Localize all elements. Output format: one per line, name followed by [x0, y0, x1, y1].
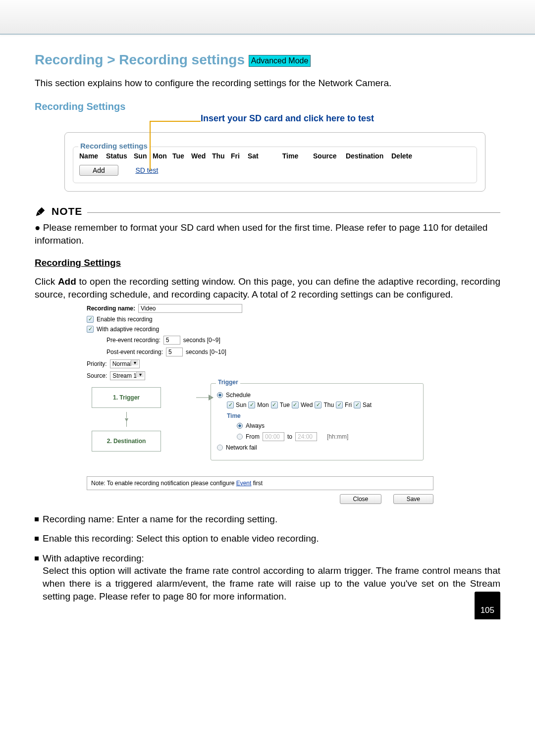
recording-name-input[interactable]: Video: [138, 304, 242, 313]
day-tue: Tue: [280, 402, 290, 408]
to-label: to: [287, 433, 292, 440]
recording-panel: Recording settings Name Status Sun Mon T…: [64, 132, 485, 192]
to-input[interactable]: 24:00: [295, 432, 317, 441]
pre-event-label: Pre-event recording:: [107, 337, 160, 344]
pre-event-input[interactable]: 5: [163, 336, 180, 345]
event-note-box: Note: To enable recording notification p…: [87, 476, 433, 490]
day-sun: Sun: [236, 402, 246, 408]
breadcrumb: Recording > Recording settings: [35, 52, 245, 67]
col-delete: Delete: [391, 152, 416, 160]
day-tue-checkbox[interactable]: ✓: [271, 402, 278, 408]
note-bullet-text: ● Please remember to format your SD card…: [35, 222, 487, 246]
enable-label: Enable this recording: [97, 316, 153, 323]
adaptive-checkbox[interactable]: ✓: [87, 326, 94, 333]
source-select[interactable]: Stream 1: [110, 371, 145, 380]
day-sun-checkbox[interactable]: ✓: [227, 402, 234, 408]
bullet-adaptive: With adaptive recording: Select this opt…: [35, 552, 500, 603]
rs-para-c: to open the recording setting window. On…: [35, 276, 500, 300]
note-rule: [87, 212, 500, 213]
flow-step-destination[interactable]: 2. Destination: [92, 431, 161, 452]
page-number: 105: [475, 592, 500, 619]
header-strip: [0, 0, 535, 35]
from-input[interactable]: 00:00: [263, 432, 284, 441]
row-network-fail: Network fail: [217, 444, 417, 451]
section-subhead: Recording Settings: [35, 101, 500, 112]
col-destination: Destination: [346, 152, 388, 160]
day-sat-checkbox[interactable]: ✓: [354, 402, 361, 408]
row-enable: ✓ Enable this recording: [87, 316, 433, 323]
priority-label: Priority:: [87, 360, 107, 367]
bullet-3a-text: With adaptive recording:: [43, 553, 144, 563]
trigger-legend: Trigger: [216, 379, 240, 386]
row-priority: Priority: Normal: [87, 359, 433, 368]
row-adaptive: ✓ With adaptive recording: [87, 326, 433, 333]
recording-fieldset: Recording settings Name Status Sun Mon T…: [73, 147, 477, 183]
day-wed-checkbox[interactable]: ✓: [292, 402, 299, 408]
network-fail-radio[interactable]: [217, 445, 223, 451]
col-thu: Thu: [212, 152, 228, 160]
always-label: Always: [246, 422, 265, 429]
square-bullet-icon: [35, 537, 39, 541]
add-button[interactable]: Add: [79, 165, 118, 176]
col-mon: Mon: [153, 152, 169, 160]
from-radio[interactable]: [237, 434, 243, 440]
from-label: From: [246, 433, 260, 440]
pre-event-unit: seconds [0~9]: [183, 337, 220, 344]
bullet-1-text: Recording name: Enter a name for the rec…: [43, 514, 277, 524]
col-name: Name: [79, 152, 103, 160]
mode-badge: Advanced Mode: [249, 55, 311, 67]
schedule-radio[interactable]: [217, 392, 223, 398]
post-event-label: Post-event recording:: [107, 349, 163, 355]
intro-text: This section explains how to configure t…: [35, 78, 500, 89]
fieldset-legend: Recording settings: [78, 142, 150, 150]
flow-step-trigger[interactable]: 1. Trigger: [92, 387, 161, 408]
save-button[interactable]: Save: [393, 494, 433, 504]
settings-dialog: Recording name: Video ✓ Enable this reco…: [87, 304, 433, 504]
sd-test-link[interactable]: SD test: [135, 166, 158, 174]
day-sat: Sat: [363, 402, 372, 408]
close-button[interactable]: Close: [340, 494, 382, 504]
col-time: Time: [270, 152, 310, 160]
pencil-icon: [35, 205, 47, 217]
adaptive-label: With adaptive recording: [97, 326, 159, 333]
always-radio[interactable]: [237, 423, 243, 429]
note-header: NOTE: [35, 205, 500, 217]
sd-hint-text: Insert your SD card and click here to te…: [201, 113, 374, 124]
col-sat: Sat: [248, 152, 268, 160]
callout-h-line: [150, 121, 201, 122]
flow-arrow-line: [196, 397, 209, 398]
hhmm-hint: [hh:mm]: [327, 433, 348, 440]
event-link[interactable]: Event: [236, 480, 252, 487]
row-always: Always: [237, 422, 417, 429]
callout-v-line: [150, 121, 151, 170]
panel-wrap: Recording settings Name Status Sun Mon T…: [35, 132, 500, 192]
day-fri-checkbox[interactable]: ✓: [336, 402, 343, 408]
col-fri: Fri: [231, 152, 245, 160]
priority-select[interactable]: Normal: [110, 359, 140, 368]
recording-name-label: Recording name:: [87, 305, 135, 312]
schedule-label: Schedule: [226, 392, 251, 399]
day-mon-checkbox[interactable]: ✓: [248, 402, 255, 408]
trigger-flow-area: 1. Trigger ▾ 2. Destination Trigger Sche…: [87, 383, 433, 467]
col-source: Source: [313, 152, 343, 160]
day-fri: Fri: [345, 402, 352, 408]
enable-checkbox[interactable]: ✓: [87, 316, 94, 323]
post-event-input[interactable]: 5: [166, 348, 183, 356]
panel-footer-row: Add SD test: [79, 165, 471, 176]
note-label: NOTE: [52, 205, 82, 217]
page-title: Recording > Recording settings Advanced …: [35, 52, 500, 68]
flow-conn-2: [126, 421, 127, 427]
flow-column: 1. Trigger ▾ 2. Destination: [87, 383, 166, 455]
day-wed: Wed: [301, 402, 313, 408]
time-label: Time: [227, 412, 417, 419]
bullet-2-text: Enable this recording: Select this optio…: [43, 533, 319, 544]
row-schedule-radio: Schedule: [217, 392, 417, 399]
rs-para-add: Add: [58, 276, 76, 287]
recording-settings-heading: Recording Settings: [35, 257, 500, 268]
square-bullet-icon: [35, 517, 39, 521]
page-content: Recording > Recording settings Advanced …: [0, 35, 535, 629]
col-status: Status: [106, 152, 131, 160]
flow-trigger-label: 1. Trigger: [113, 394, 140, 401]
day-thu-checkbox[interactable]: ✓: [315, 402, 321, 408]
square-bullet-icon: [35, 556, 39, 560]
